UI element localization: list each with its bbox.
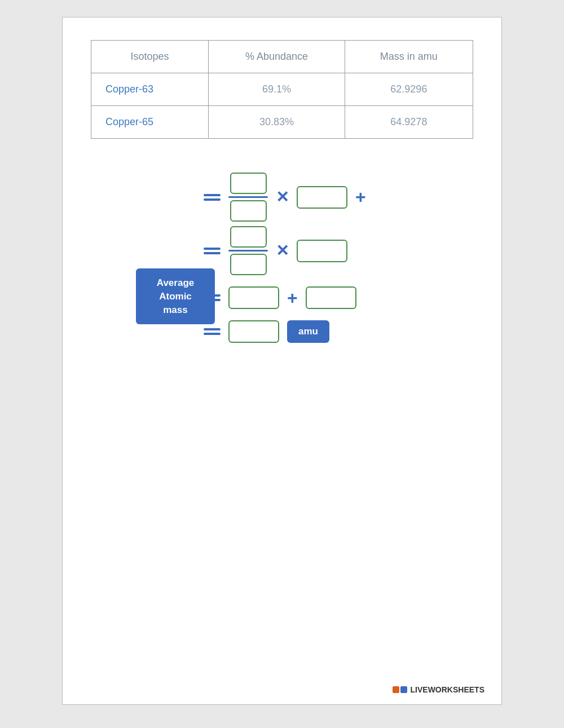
abundance-2: 30.83% (209, 106, 345, 139)
equals-sign-4 (204, 328, 221, 335)
input-box-3[interactable] (228, 286, 279, 309)
formula-row-3: + (204, 286, 473, 309)
formula-rows: ✕ + ✕ (204, 173, 473, 343)
formula-section: Average Atomic mass ✕ + (91, 173, 473, 364)
fraction-denominator-1[interactable] (230, 200, 267, 222)
input-box-2[interactable] (297, 240, 347, 262)
fraction-2 (228, 226, 268, 275)
fraction-denominator-2[interactable] (230, 254, 267, 275)
fraction-numerator-1[interactable] (230, 173, 267, 194)
formula-row-1: ✕ + (204, 173, 473, 222)
isotope-name-1: Copper-63 (91, 73, 209, 106)
logo-block-2 (400, 686, 407, 693)
input-box-1[interactable] (297, 186, 347, 209)
col-header-isotopes: Isotopes (91, 41, 209, 73)
watermark-text: LIVEWORKSHEETS (411, 685, 484, 694)
isotope-name-2: Copper-65 (91, 106, 209, 139)
fraction-line-2 (228, 250, 268, 252)
mass-2: 64.9278 (345, 106, 473, 139)
table-row: Copper-65 30.83% 64.9278 (91, 106, 473, 139)
equals-sign-1 (204, 194, 221, 201)
mass-1: 62.9296 (345, 73, 473, 106)
times-icon-1: ✕ (276, 188, 289, 206)
times-icon-2: ✕ (276, 241, 289, 260)
input-box-5[interactable] (228, 320, 279, 343)
input-box-4[interactable] (306, 286, 356, 309)
amu-label: amu (287, 320, 329, 343)
formula-row-2: ✕ (204, 226, 473, 275)
col-header-abundance: % Abundance (209, 41, 345, 73)
abundance-1: 69.1% (209, 73, 345, 106)
equals-sign-2 (204, 248, 221, 254)
logo-block-1 (393, 686, 399, 693)
average-atomic-mass-label: Average Atomic mass (136, 268, 215, 324)
fraction-line-1 (228, 196, 268, 198)
col-header-mass: Mass in amu (345, 41, 473, 73)
isotope-table: Isotopes % Abundance Mass in amu Copper-… (91, 40, 473, 139)
plus-icon-2: + (287, 288, 298, 308)
formula-row-4: amu (204, 320, 473, 343)
watermark-logo (393, 686, 407, 693)
page: Isotopes % Abundance Mass in amu Copper-… (62, 17, 502, 705)
watermark: LIVEWORKSHEETS (393, 685, 484, 694)
plus-icon-1: + (355, 187, 366, 208)
fraction-1 (228, 173, 268, 222)
table-row: Copper-63 69.1% 62.9296 (91, 73, 473, 106)
fraction-numerator-2[interactable] (230, 226, 267, 248)
